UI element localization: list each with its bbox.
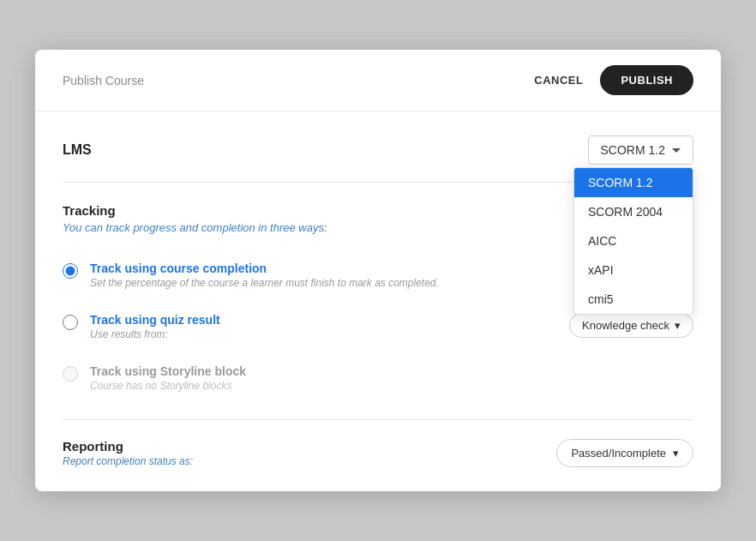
- lms-dropdown-selected: SCORM 1.2: [601, 143, 665, 157]
- reporting-title: Reporting: [63, 439, 193, 454]
- reporting-dropdown-label: Passed/Incomplete: [571, 447, 666, 460]
- track-quiz-title: Track using quiz result: [90, 313, 557, 327]
- cancel-button[interactable]: CANCEL: [534, 74, 583, 87]
- track-storyline-radio[interactable]: [63, 366, 78, 382]
- modal-header: Publish Course CANCEL PUBLISH: [35, 50, 721, 111]
- track-storyline-desc: Course has no Storyline blocks: [90, 380, 693, 392]
- lms-option-xapi[interactable]: xAPI: [574, 255, 693, 285]
- track-quiz-radio-wrap: [63, 315, 78, 334]
- reporting-subtitle: Report completion status as:: [63, 455, 193, 467]
- lms-label: LMS: [63, 142, 92, 158]
- lms-dropdown-button[interactable]: SCORM 1.2: [588, 135, 693, 165]
- track-quiz-radio[interactable]: [63, 315, 78, 330]
- lms-option-scorm2004[interactable]: SCORM 2004: [574, 197, 693, 226]
- publish-course-modal: Publish Course CANCEL PUBLISH LMS SCORM …: [35, 50, 721, 491]
- track-quiz-content: Track using quiz result Use results from…: [90, 313, 557, 340]
- publish-button[interactable]: PUBLISH: [600, 65, 693, 95]
- lms-dropdown-menu: SCORM 1.2 SCORM 2004 AICC xAPI cmi5: [573, 167, 693, 315]
- track-storyline-radio-wrap: [63, 366, 78, 385]
- modal-body: LMS SCORM 1.2 SCORM 1.2 SCORM 2004 AICC …: [35, 111, 721, 491]
- track-completion-radio-wrap: [63, 263, 78, 282]
- track-completion-content: Track using course completion Set the pe…: [90, 261, 579, 289]
- lms-option-cmi5[interactable]: cmi5: [574, 285, 693, 314]
- track-storyline-option: Track using Storyline block Course has n…: [63, 352, 693, 404]
- knowledge-check-label: Knowledge check: [582, 319, 669, 332]
- lms-option-aicc[interactable]: AICC: [574, 226, 693, 255]
- track-completion-title: Track using course completion: [90, 261, 579, 275]
- track-completion-desc: Set the percentage of the course a learn…: [90, 277, 579, 289]
- reporting-section: Reporting Report completion status as: P…: [63, 419, 693, 467]
- reporting-left: Reporting Report completion status as:: [63, 439, 193, 467]
- lms-dropdown-arrow-icon: [672, 148, 681, 153]
- track-storyline-content: Track using Storyline block Course has n…: [90, 364, 693, 392]
- lms-row: LMS SCORM 1.2 SCORM 1.2 SCORM 2004 AICC …: [63, 135, 693, 183]
- knowledge-check-dropdown[interactable]: Knowledge check ▾: [569, 313, 693, 338]
- header-actions: CANCEL PUBLISH: [534, 65, 693, 95]
- lms-dropdown-wrapper: SCORM 1.2 SCORM 1.2 SCORM 2004 AICC xAPI…: [588, 135, 693, 165]
- reporting-dropdown-button[interactable]: Passed/Incomplete ▾: [556, 439, 693, 467]
- track-quiz-right: Knowledge check ▾: [569, 313, 693, 338]
- modal-title: Publish Course: [63, 74, 144, 87]
- knowledge-check-arrow-icon: ▾: [675, 319, 681, 332]
- track-storyline-title: Track using Storyline block: [90, 364, 693, 378]
- reporting-dropdown-arrow-icon: ▾: [673, 447, 679, 460]
- lms-option-scorm12[interactable]: SCORM 1.2: [574, 168, 693, 197]
- track-completion-radio[interactable]: [63, 263, 78, 279]
- track-quiz-desc: Use results from:: [90, 328, 557, 340]
